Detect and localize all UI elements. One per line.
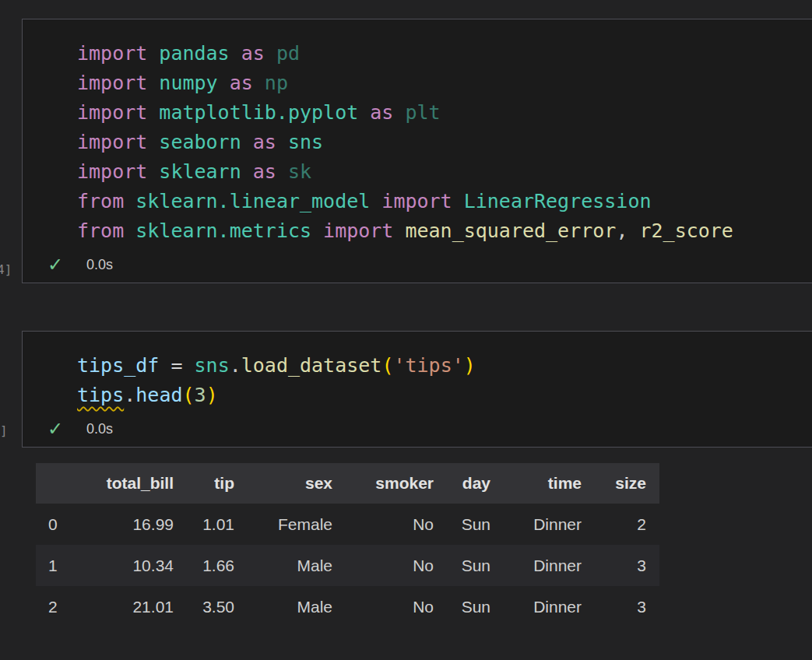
column-header: tip — [181, 463, 242, 504]
table-cell: 3 — [589, 586, 659, 627]
code-token: numpy — [159, 72, 229, 94]
table-row: 016.991.01FemaleNoSunDinner2 — [36, 504, 659, 545]
code-token: import — [323, 219, 405, 242]
code-token: ) — [206, 384, 218, 406]
code-token: pd — [276, 42, 300, 65]
code-token: np — [265, 72, 288, 94]
table-cell: No — [340, 545, 441, 586]
code-token: as — [253, 160, 288, 183]
code-token: import — [381, 190, 463, 212]
code-token: sklearn.linear_model — [135, 190, 381, 212]
code-line[interactable]: import seaborn as sns — [77, 128, 733, 157]
table-cell: Dinner — [498, 545, 589, 586]
code-editor[interactable]: tips_df = sns.load_dataset('tips')tips.h… — [77, 351, 476, 410]
notebook-code-cell-1[interactable]: import pandas as pdimport numpy as npimp… — [22, 19, 812, 283]
code-token: 3 — [195, 384, 206, 406]
column-header — [36, 463, 75, 504]
code-token: import — [77, 160, 159, 183]
column-header: sex — [242, 463, 340, 504]
code-token: import — [77, 72, 159, 94]
code-token: import — [77, 101, 159, 124]
code-token: , — [616, 219, 639, 242]
code-token: LinearRegression — [464, 190, 652, 212]
code-token: . — [124, 384, 135, 406]
code-token: ( — [381, 354, 393, 377]
code-token: as — [253, 131, 288, 153]
table-cell: Sun — [441, 586, 498, 627]
table-cell: 21.01 — [75, 586, 181, 627]
code-token: tips_df — [77, 354, 170, 377]
code-token: ( — [183, 384, 195, 406]
cell-status-bar: ✓ 0.0s — [47, 251, 113, 278]
table-cell: Male — [242, 545, 340, 586]
execution-count-cell-2: ] — [0, 423, 8, 438]
code-token: import — [77, 131, 159, 153]
table-cell: Sun — [441, 504, 498, 545]
table-cell: 1.66 — [181, 545, 242, 586]
table-cell: No — [340, 586, 441, 627]
table-cell: Male — [242, 586, 340, 627]
code-token: ) — [464, 354, 476, 377]
code-line[interactable]: from sklearn.linear_model import LinearR… — [77, 187, 733, 216]
column-header: day — [441, 463, 498, 504]
execution-time: 0.0s — [86, 257, 113, 273]
code-line[interactable]: import pandas as pd — [77, 39, 733, 68]
code-token: head — [135, 384, 182, 406]
code-token: as — [230, 72, 265, 94]
table-cell: Dinner — [498, 586, 589, 627]
code-line[interactable]: import numpy as np — [77, 68, 733, 98]
code-token: sk — [288, 160, 311, 183]
table-cell: No — [340, 504, 441, 545]
code-token: as — [370, 101, 405, 124]
table-cell: Sun — [441, 545, 498, 586]
notebook-page: { "icons": { "check": "✓" }, "colors": {… — [0, 0, 812, 660]
code-line[interactable]: tips_df = sns.load_dataset('tips') — [77, 351, 476, 381]
column-header: total_bill — [75, 463, 181, 504]
success-check-icon: ✓ — [47, 255, 71, 274]
code-token: sklearn.metrics — [135, 219, 323, 242]
dataframe-output-table: total_billtipsexsmokerdaytimesize 016.99… — [36, 463, 659, 627]
code-token: as — [241, 42, 276, 65]
table-cell: 16.99 — [75, 504, 181, 545]
code-token: import — [77, 42, 159, 65]
table-cell: 3.50 — [181, 586, 242, 627]
execution-count-cell-1: 4] — [0, 262, 12, 277]
table-header: total_billtipsexsmokerdaytimesize — [36, 463, 659, 504]
code-token: . — [230, 354, 241, 377]
code-token: from — [77, 219, 135, 242]
table-cell: 1.01 — [181, 504, 242, 545]
table-row: 110.341.66MaleNoSunDinner3 — [36, 545, 659, 586]
code-token: pandas — [159, 42, 241, 65]
notebook-code-cell-2[interactable]: tips_df = sns.load_dataset('tips')tips.h… — [22, 331, 812, 448]
cell-status-bar: ✓ 0.0s — [47, 416, 113, 442]
code-token: plt — [405, 101, 440, 124]
row-index: 2 — [36, 586, 75, 627]
code-token: mean_squared_error — [405, 219, 616, 242]
column-header: time — [498, 463, 589, 504]
table-cell: 2 — [589, 504, 659, 545]
code-token: sns — [195, 354, 230, 377]
code-token: = — [170, 354, 194, 377]
table-cell: 10.34 — [75, 545, 181, 586]
code-token: tips — [77, 384, 124, 406]
column-header: smoker — [340, 463, 441, 504]
code-token: load_dataset — [241, 354, 382, 377]
table-cell: Dinner — [498, 504, 589, 545]
code-token: matplotlib.pyplot — [159, 101, 370, 124]
code-line[interactable]: from sklearn.metrics import mean_squared… — [77, 216, 733, 246]
column-header: size — [589, 463, 659, 504]
row-index: 1 — [36, 545, 75, 586]
success-check-icon: ✓ — [47, 420, 71, 438]
code-token: 'tips' — [393, 354, 463, 377]
code-editor[interactable]: import pandas as pdimport numpy as npimp… — [77, 39, 733, 246]
code-line[interactable]: import matplotlib.pyplot as plt — [77, 98, 733, 128]
row-index: 0 — [36, 504, 75, 545]
code-line[interactable]: tips.head(3) — [77, 381, 476, 410]
code-token: from — [77, 190, 135, 212]
execution-time: 0.0s — [86, 421, 113, 437]
code-line[interactable]: import sklearn as sk — [77, 157, 733, 187]
code-token: r2_score — [640, 219, 733, 242]
code-token: sns — [288, 131, 323, 153]
table-cell: Female — [242, 504, 340, 545]
table-row: 221.013.50MaleNoSunDinner3 — [36, 586, 659, 627]
